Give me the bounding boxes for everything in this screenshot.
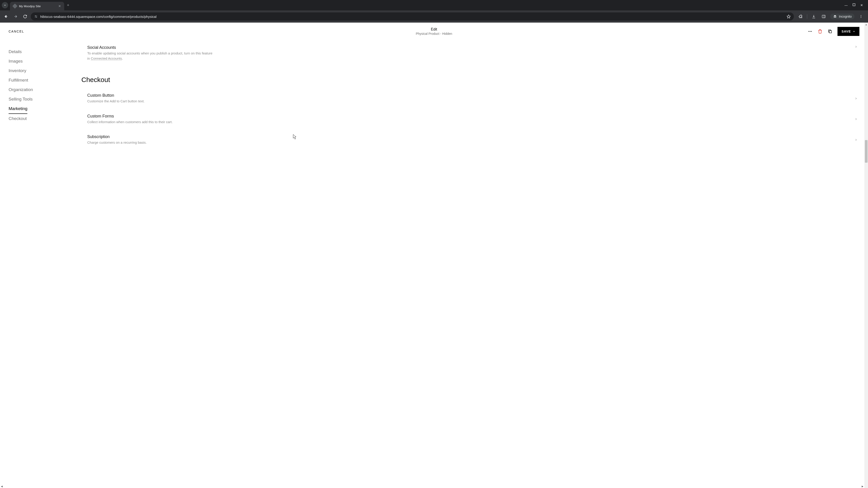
maximize-button[interactable] xyxy=(852,3,855,7)
svg-point-14 xyxy=(811,31,812,32)
svg-point-4 xyxy=(35,15,36,16)
sidebar-item-inventory[interactable]: Inventory xyxy=(8,66,68,75)
site-settings-icon[interactable] xyxy=(34,14,38,19)
duplicate-button[interactable] xyxy=(828,29,833,34)
chevron-right-icon xyxy=(855,97,858,100)
page-title: Edit xyxy=(416,27,452,31)
sidebar-item-checkout[interactable]: Checkout xyxy=(8,114,68,123)
svg-rect-15 xyxy=(829,31,832,33)
minimize-button[interactable]: — xyxy=(844,3,848,7)
sidebar-item-selling-tools[interactable]: Selling Tools xyxy=(8,94,68,104)
reload-icon xyxy=(23,14,27,19)
extensions-button[interactable] xyxy=(797,13,804,20)
svg-point-10 xyxy=(861,16,862,17)
panel-icon xyxy=(822,14,826,19)
sidebar-item-fulfillment[interactable]: Fulfillment xyxy=(8,75,68,85)
main-content: Social Accounts To enable updating socia… xyxy=(77,40,868,488)
svg-point-9 xyxy=(861,15,862,16)
svg-rect-7 xyxy=(822,15,825,18)
row-subtitle: Customize the Add to Cart button text. xyxy=(87,99,145,104)
svg-rect-0 xyxy=(853,4,855,6)
sidepanel-button[interactable] xyxy=(820,13,827,20)
app-viewport: CANCEL Edit Physical Product - Hidden SA… xyxy=(0,23,868,488)
scroll-right-arrow-icon[interactable]: ▶ xyxy=(861,484,864,488)
svg-point-5 xyxy=(36,17,37,18)
incognito-indicator[interactable]: Incognito xyxy=(830,13,855,20)
address-bar[interactable]: hibiscus-seabass-6444.squarespace.com/co… xyxy=(31,12,794,21)
vertical-scrollbar[interactable]: ▲ xyxy=(864,23,868,488)
row-custom-button[interactable]: Custom Button Customize the Add to Cart … xyxy=(81,88,864,109)
chevron-down-icon xyxy=(4,4,6,6)
cancel-button[interactable]: CANCEL xyxy=(8,30,24,33)
row-title: Custom Forms xyxy=(87,114,173,119)
scroll-left-arrow-icon[interactable]: ◀ xyxy=(0,484,4,488)
browser-menu-button[interactable] xyxy=(858,13,864,20)
row-custom-forms[interactable]: Custom Forms Collect information when cu… xyxy=(81,109,864,130)
horizontal-scrollbar[interactable]: ◀ ▶ xyxy=(0,484,864,488)
downloads-button[interactable] xyxy=(810,13,817,20)
chevron-right-icon xyxy=(855,138,858,141)
editor-body: Details Images Inventory Fulfillment Org… xyxy=(0,40,868,488)
svg-marker-6 xyxy=(787,15,790,18)
incognito-label: Incognito xyxy=(839,15,852,18)
scroll-up-arrow-icon[interactable]: ▲ xyxy=(864,23,868,26)
new-tab-button[interactable]: + xyxy=(64,3,72,8)
divider xyxy=(807,14,807,19)
chevron-right-icon xyxy=(855,118,858,121)
svg-point-12 xyxy=(808,31,809,32)
url-text: hibiscus-seabass-6444.squarespace.com/co… xyxy=(40,15,784,19)
section-heading-checkout: Checkout xyxy=(81,76,864,84)
row-subtitle: Charge customers on a recurring basis. xyxy=(87,140,147,145)
close-icon[interactable]: ✕ xyxy=(58,4,61,8)
arrow-left-icon xyxy=(4,14,8,19)
scrollbar-thumb[interactable] xyxy=(865,140,868,163)
copy-icon xyxy=(828,29,832,34)
forward-button[interactable] xyxy=(12,13,20,20)
sidebar-item-images[interactable]: Images xyxy=(8,57,68,66)
page-subtitle: Physical Product - Hidden xyxy=(416,32,452,35)
header-actions: SAVE xyxy=(808,27,860,36)
row-sub-suffix: . xyxy=(122,57,123,60)
save-button[interactable]: SAVE xyxy=(837,27,860,36)
browser-tab[interactable]: My Moodjoy Site ✕ xyxy=(10,2,64,10)
tab-search-button[interactable] xyxy=(2,2,8,8)
delete-button[interactable] xyxy=(817,29,823,34)
reload-button[interactable] xyxy=(21,13,29,20)
row-social-accounts[interactable]: Social Accounts To enable updating socia… xyxy=(81,40,864,66)
bookmark-icon[interactable] xyxy=(786,14,791,19)
more-horizontal-icon xyxy=(808,29,812,34)
row-title: Custom Button xyxy=(87,93,145,98)
row-title: Social Accounts xyxy=(87,45,214,50)
connected-accounts-link[interactable]: Connected Accounts xyxy=(91,57,122,61)
header-title-group: Edit Physical Product - Hidden xyxy=(416,27,452,35)
row-subtitle: Collect information when customers add t… xyxy=(87,120,173,125)
row-subtitle: To enable updating social accounts when … xyxy=(87,51,214,61)
sidebar-item-marketing[interactable]: Marketing xyxy=(8,104,27,114)
close-window-button[interactable]: ✕ xyxy=(860,3,863,7)
maximize-icon xyxy=(852,3,855,6)
svg-point-11 xyxy=(861,17,862,18)
trash-icon xyxy=(818,29,822,34)
incognito-icon xyxy=(833,14,837,19)
browser-toolbar: hibiscus-seabass-6444.squarespace.com/co… xyxy=(0,10,868,23)
sidebar-item-organization[interactable]: Organization xyxy=(8,85,68,94)
row-subscription[interactable]: Subscription Charge customers on a recur… xyxy=(81,129,864,150)
tab-title: My Moodjoy Site xyxy=(19,4,56,8)
svg-point-13 xyxy=(810,31,810,32)
tab-bar: My Moodjoy Site ✕ + — ✕ xyxy=(0,0,868,10)
row-title: Subscription xyxy=(87,134,147,139)
back-button[interactable] xyxy=(2,13,10,20)
kebab-icon xyxy=(859,15,863,18)
arrow-right-icon xyxy=(13,14,18,19)
sidebar: Details Images Inventory Fulfillment Org… xyxy=(0,40,77,488)
download-icon xyxy=(812,14,816,19)
save-label: SAVE xyxy=(842,30,851,33)
more-button[interactable] xyxy=(808,29,813,34)
chevron-right-icon xyxy=(855,45,858,48)
puzzle-icon xyxy=(798,14,802,19)
favicon-icon xyxy=(12,4,18,9)
window-controls: — ✕ xyxy=(844,3,866,7)
chevron-down-icon xyxy=(852,30,855,33)
sidebar-item-details[interactable]: Details xyxy=(8,47,68,57)
browser-chrome: My Moodjoy Site ✕ + — ✕ hibiscus-seabass… xyxy=(0,0,868,23)
